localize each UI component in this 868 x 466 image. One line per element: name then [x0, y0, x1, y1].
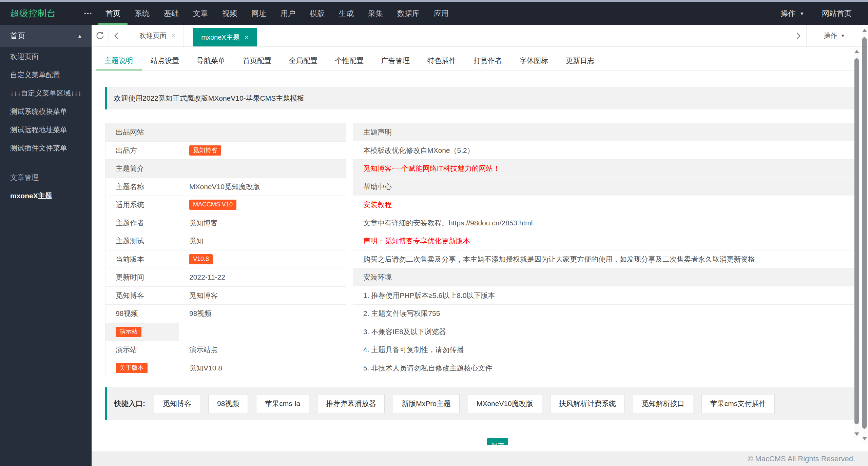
topnav-item[interactable]: 生成 — [332, 2, 361, 25]
close-icon[interactable]: × — [245, 33, 249, 41]
page-tab-label: 欢迎页面 — [139, 31, 167, 40]
row-label: 98视频 — [116, 309, 138, 318]
row-label: 主题作者 — [116, 218, 144, 228]
theme-config-tab[interactable]: 站点设置 — [142, 51, 188, 70]
topnav-item[interactable]: 用户 — [273, 2, 303, 25]
row-label-cell: 适用系统 — [105, 196, 179, 214]
quick-link-button[interactable]: 扶风解析计费系统 — [550, 394, 625, 413]
row-value-cell: 98视频 — [179, 305, 346, 323]
topnav-item[interactable]: 视频 — [215, 2, 244, 25]
theme-config-tab[interactable]: 个性配置 — [326, 51, 372, 70]
topnav-item[interactable]: 基础 — [157, 2, 186, 25]
inner-scrollbar[interactable] — [854, 48, 860, 438]
quick-link-label: 新版MxPro主题 — [402, 399, 451, 408]
topnav-item-label: 用户 — [281, 8, 295, 19]
tab-actions-dropdown[interactable]: 操作 ▼ — [807, 25, 868, 46]
row-label: 主题简介 — [116, 164, 144, 173]
table-row: 文章中有详细的安装教程。https://98dou.cn/2853.html — [353, 214, 854, 232]
quick-link-label: 觅知解析接口 — [642, 399, 684, 408]
row-value-cell: MXoneV10觅知魔改版 — [179, 178, 346, 196]
table-row: 4. 主题具备可复制性，请勿传播 — [353, 341, 854, 359]
row-value: 觅知博客 — [189, 218, 218, 228]
sidebar-item[interactable]: 欢迎页面 — [0, 47, 92, 66]
save-button[interactable]: 保存 — [487, 438, 508, 445]
theme-config-tab[interactable]: 首页配置 — [234, 51, 280, 70]
quick-link-button[interactable]: 新版MxPro主题 — [393, 394, 460, 413]
refresh-button[interactable] — [92, 25, 109, 46]
outer-scrollbar[interactable] — [862, 27, 867, 442]
row-value: 2022-11-22 — [189, 273, 225, 281]
theme-config-tab[interactable]: 广告管理 — [372, 51, 419, 70]
row-value-cell: V10.8 — [179, 250, 346, 268]
outer-scrollbar-thumb[interactable] — [862, 37, 867, 429]
theme-config-tab[interactable]: 字体图标 — [511, 51, 557, 70]
table-row: 更新时间 2022-11-22 — [105, 268, 346, 287]
theme-config-tab[interactable]: 导航菜单 — [188, 51, 234, 70]
sidebar-item[interactable]: 测试系统模块菜单 — [0, 102, 92, 121]
topnav-item[interactable]: 系统 — [128, 2, 157, 25]
topnav-item[interactable]: 采集 — [361, 2, 390, 25]
welcome-alert: 欢迎使用2022觅知正式魔改版MXoneV10-苹果CMS主题模板 — [105, 87, 855, 109]
page-tab[interactable]: mxoneX主题 × — [193, 28, 257, 46]
sidebar-item[interactable]: 自定义菜单配置 — [0, 66, 92, 84]
note-text: 觅知博客-一个赋能网络IT科技魅力的网站！ — [363, 164, 500, 173]
topnav-item[interactable]: 应用 — [427, 2, 456, 25]
topnav-item[interactable]: 数据库 — [390, 2, 427, 25]
theme-config-tab[interactable]: 主题说明 — [96, 51, 142, 70]
note-text: 文章中有详细的安装教程。https://98dou.cn/2853.html — [363, 218, 533, 228]
table-row: 主题简介 — [105, 160, 346, 178]
tabs-scroll-right-button[interactable] — [788, 25, 807, 46]
quick-link-label: MXoneV10魔改版 — [477, 399, 533, 408]
scroll-down-arrow-icon[interactable] — [862, 437, 867, 440]
more-menu-icon[interactable]: ••• — [78, 2, 98, 25]
theme-config-tab[interactable]: 全局配置 — [280, 51, 326, 70]
quick-link-button[interactable]: MXoneV10魔改版 — [468, 394, 542, 413]
sidebar-item[interactable]: mxoneX主题 — [0, 187, 92, 205]
footer-copyright: © MacCMS All Rights Reserved. — [748, 454, 855, 463]
row-value: 觅知V10.8 — [189, 363, 222, 373]
page-tab[interactable]: 欢迎页面 × — [131, 25, 184, 46]
topbar-action-dropdown[interactable]: 操作 ▼ — [780, 8, 804, 19]
app-brand[interactable]: 超级控制台 — [0, 2, 78, 25]
topnav-item[interactable]: 模版 — [303, 2, 332, 25]
row-label-cell: 觅知博客 — [105, 287, 179, 305]
quick-link-button[interactable]: 98视频 — [208, 394, 248, 413]
welcome-alert-text: 欢迎使用2022觅知正式魔改版MXoneV10-苹果CMS主题模板 — [114, 94, 304, 103]
table-row: 主题测试 觅知 — [105, 232, 346, 250]
quick-link-button[interactable]: 觅知博客 — [154, 394, 200, 413]
table-row: 2. 主题文件读写权限755 — [353, 305, 854, 323]
row-value-cell: 觅知博客 — [179, 287, 346, 305]
theme-config-tab[interactable]: 特色插件 — [419, 51, 465, 70]
page-tabbar: 欢迎页面 × mxoneX主题 × 操作 ▼ — [92, 25, 868, 47]
sidebar-item[interactable]: 文章管理 — [0, 168, 92, 187]
inner-scrollbar-thumb[interactable] — [854, 58, 859, 424]
note-text: 安装环境 — [363, 272, 392, 282]
refresh-icon — [95, 31, 105, 40]
scroll-up-arrow-icon[interactable] — [862, 29, 867, 32]
close-icon[interactable]: × — [171, 32, 175, 40]
sidebar-item[interactable]: ↓↓↓自定义菜单区域↓↓↓ — [0, 84, 92, 102]
topnav-item[interactable]: 首页 — [98, 2, 128, 25]
sidebar-item-label: mxoneX主题 — [10, 191, 52, 201]
topnav-item[interactable]: 网址 — [244, 2, 273, 25]
topnav-item[interactable]: 文章 — [186, 2, 215, 25]
theme-config-tab[interactable]: 更新日志 — [557, 51, 603, 70]
quick-link-button[interactable]: 觅知解析接口 — [633, 394, 693, 413]
theme-config-tab-label: 打赏作者 — [474, 56, 502, 65]
sidebar-item[interactable]: 测试远程地址菜单 — [0, 121, 92, 139]
quick-link-button[interactable]: 苹果cms支付插件 — [701, 394, 775, 413]
sidebar-item[interactable]: 测试插件文件菜单 — [0, 139, 92, 157]
scroll-down-arrow-icon[interactable] — [854, 432, 859, 436]
row-label-cell: 主题名称 — [105, 178, 179, 196]
quick-link-label: 苹果cms-la — [265, 399, 300, 408]
theme-config-tab[interactable]: 打赏作者 — [465, 51, 511, 70]
row-label-cell: 关于版本 — [105, 359, 179, 377]
tab-actions-label: 操作 — [824, 31, 837, 40]
scroll-up-arrow-icon[interactable] — [854, 50, 859, 53]
quick-link-button[interactable]: 推荐弹幕播放器 — [317, 394, 385, 413]
topnav-item-label: 首页 — [105, 8, 120, 19]
site-home-link[interactable]: 网站首页 — [822, 8, 852, 19]
quick-link-button[interactable]: 苹果cms-la — [256, 394, 309, 413]
sidebar-section-home[interactable]: 首页 ▲ — [0, 25, 92, 47]
tabs-scroll-left-button[interactable] — [109, 25, 126, 46]
